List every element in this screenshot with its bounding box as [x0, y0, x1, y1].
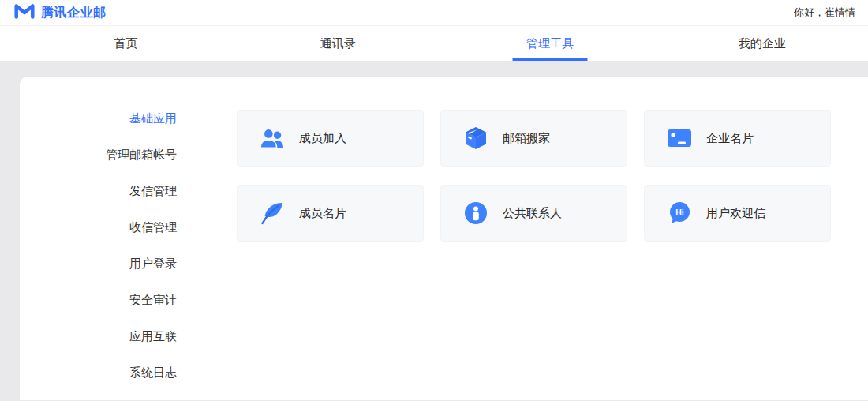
welcome-letter-icon: Hi — [667, 200, 692, 226]
sidebar-item-outgoing-management[interactable]: 发信管理 — [20, 173, 193, 209]
member-card-icon — [260, 200, 285, 226]
page-background: 基础应用 管理邮箱帐号 发信管理 收信管理 用户登录 安全审计 应用互联 系统日… — [0, 61, 868, 400]
exmail-logo-icon — [13, 2, 36, 23]
top-header: 腾讯企业邮 你好，崔情情 — [0, 0, 868, 26]
sidebar-item-app-integration[interactable]: 应用互联 — [20, 318, 193, 354]
main-panel: 基础应用 管理邮箱帐号 发信管理 收信管理 用户登录 安全审计 应用互联 系统日… — [20, 77, 868, 400]
card-label: 成员名片 — [299, 206, 346, 221]
card-company-card[interactable]: 企业名片 — [644, 110, 831, 167]
sidebar-list: 基础应用 管理邮箱帐号 发信管理 收信管理 用户登录 安全审计 应用互联 系统日… — [20, 100, 193, 391]
app-card-grid: 成员加入 邮箱搬家 — [237, 110, 831, 242]
user-greeting: 你好，崔情情 — [794, 6, 855, 20]
card-label: 成员加入 — [299, 131, 346, 146]
sidebar-item-security-audit[interactable]: 安全审计 — [20, 282, 193, 318]
mailbox-move-icon — [463, 126, 488, 151]
members-join-icon — [260, 126, 285, 151]
sidebar-item-manage-accounts[interactable]: 管理邮箱帐号 — [20, 137, 193, 173]
card-mailbox-move[interactable]: 邮箱搬家 — [440, 110, 627, 167]
hi-bubble-text: Hi — [675, 208, 684, 217]
sidebar-item-system-logs[interactable]: 系统日志 — [20, 354, 193, 391]
tab-admin-tools[interactable]: 管理工具 — [444, 26, 657, 61]
sidebar-item-user-login[interactable]: 用户登录 — [20, 245, 193, 282]
card-public-contacts[interactable]: 公共联系人 — [440, 185, 627, 242]
card-welcome-letter[interactable]: Hi 用户欢迎信 — [644, 185, 831, 242]
card-label: 企业名片 — [706, 131, 754, 146]
app-logo[interactable]: 腾讯企业邮 — [13, 2, 107, 23]
card-member-card[interactable]: 成员名片 — [237, 185, 424, 242]
public-contacts-icon — [463, 200, 488, 226]
sidebar: 基础应用 管理邮箱帐号 发信管理 收信管理 用户登录 安全审计 应用互联 系统日… — [20, 77, 193, 400]
sidebar-item-basic-apps[interactable]: 基础应用 — [20, 100, 193, 137]
company-card-icon — [667, 126, 692, 151]
card-members-join[interactable]: 成员加入 — [237, 110, 424, 167]
tab-my-company[interactable]: 我的企业 — [656, 26, 868, 61]
card-label: 邮箱搬家 — [503, 131, 550, 146]
app-title: 腾讯企业邮 — [41, 5, 107, 21]
main-nav: 首页 通讯录 管理工具 我的企业 — [0, 26, 868, 61]
tab-home[interactable]: 首页 — [20, 26, 232, 61]
card-label: 公共联系人 — [503, 206, 562, 221]
card-label: 用户欢迎信 — [706, 206, 765, 221]
tab-contacts[interactable]: 通讯录 — [232, 26, 444, 61]
content-area: 成员加入 邮箱搬家 — [193, 77, 831, 400]
sidebar-item-incoming-management[interactable]: 收信管理 — [20, 209, 193, 245]
